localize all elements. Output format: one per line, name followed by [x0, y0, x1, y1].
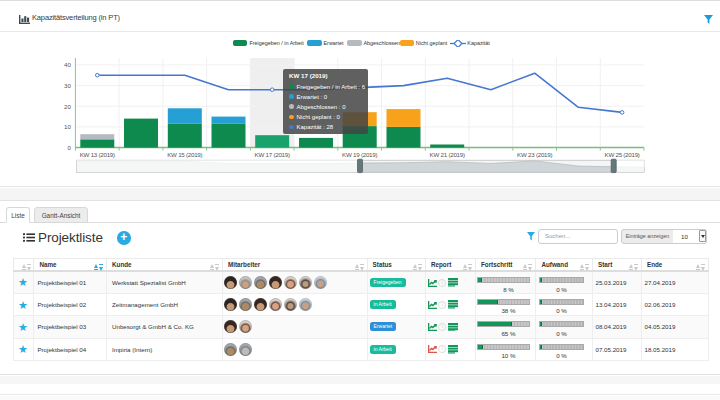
- svg-text:20: 20: [64, 103, 71, 110]
- svg-text:30: 30: [64, 82, 71, 89]
- svg-text:KW 15 (2019): KW 15 (2019): [167, 151, 202, 158]
- svg-text:10: 10: [64, 123, 71, 130]
- svg-text:0: 0: [68, 144, 72, 151]
- svg-text:KW 23 (2019): KW 23 (2019): [517, 151, 552, 158]
- svg-text:KW 21 (2019): KW 21 (2019): [430, 151, 465, 158]
- svg-text:KW 19 (2019): KW 19 (2019): [342, 151, 377, 158]
- svg-text:KW 25 (2019): KW 25 (2019): [605, 151, 640, 158]
- svg-text:KW 13 (2019): KW 13 (2019): [80, 151, 115, 158]
- svg-text:40: 40: [64, 61, 71, 68]
- svg-text:KW 17 (2019): KW 17 (2019): [255, 151, 290, 158]
